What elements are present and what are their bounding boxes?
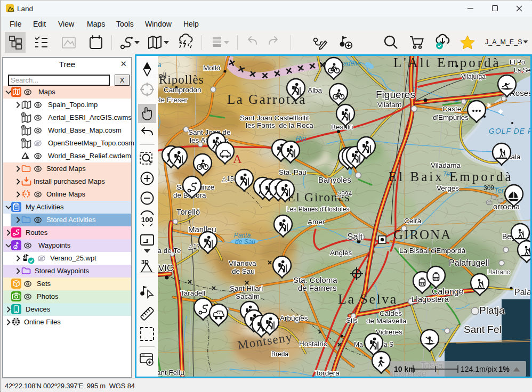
svg-text:Arbúcies: Arbúcies bbox=[280, 314, 308, 322]
svg-text:Vidreres: Vidreres bbox=[376, 328, 402, 336]
svg-text:Vilajuïga: Vilajuïga bbox=[461, 73, 486, 80]
svg-text:Sant Joan Castellfollit: Sant Joan Castellfollit bbox=[240, 114, 309, 122]
svg-text:Verges: Verges bbox=[437, 184, 459, 192]
svg-text:A: A bbox=[233, 152, 242, 166]
svg-text:Molló: Molló bbox=[203, 64, 220, 72]
svg-text:Caste: Caste bbox=[442, 105, 461, 113]
svg-text:La Se: La Se bbox=[514, 67, 530, 74]
svg-text:Ter: Ter bbox=[443, 170, 453, 178]
svg-text:Sta. Pau: Sta. Pau bbox=[279, 168, 307, 176]
svg-text:Platja: Platja bbox=[479, 305, 505, 316]
svg-text:Torelló: Torelló bbox=[176, 207, 200, 216]
svg-text:GOLF DE RO: GOLF DE RO bbox=[489, 127, 530, 135]
svg-text:Vilafant: Vilafant bbox=[377, 101, 401, 109]
svg-text:Sacalm: Sacalm bbox=[236, 292, 260, 300]
svg-text:de Farners: de Farners bbox=[298, 283, 337, 292]
svg-text:Sant Hilari: Sant Hilari bbox=[230, 284, 263, 292]
svg-text:Camprodon: Camprodon bbox=[164, 86, 201, 94]
svg-text:Sils: Sils bbox=[346, 316, 358, 324]
svg-text:Alba: Alba bbox=[308, 86, 323, 94]
svg-text:309: 309 bbox=[483, 184, 494, 192]
svg-text:Vilanova: Vilanova bbox=[229, 259, 256, 267]
svg-text:Caldes: Caldes bbox=[380, 309, 402, 317]
svg-text:Amer: Amer bbox=[308, 218, 325, 226]
svg-text:Ter: Ter bbox=[494, 186, 504, 194]
svg-text:ant Feliu: ant Feliu bbox=[157, 369, 184, 377]
svg-text:de Sau: de Sau bbox=[232, 267, 255, 275]
svg-text:La Selva: La Selva bbox=[338, 291, 398, 307]
svg-text:Breda: Breda bbox=[271, 350, 288, 358]
svg-text:Sant Fel: Sant Fel bbox=[464, 324, 502, 335]
svg-text:Hostalric: Hostalric bbox=[299, 340, 327, 348]
svg-text:L'Alt Empordà: L'Alt Empordà bbox=[393, 56, 501, 70]
svg-text:Riu: Riu bbox=[296, 134, 307, 142]
svg-text:△994: △994 bbox=[336, 190, 352, 198]
svg-text:Palam: Palam bbox=[514, 288, 530, 297]
svg-text:de Malavella: de Malavella bbox=[366, 317, 407, 325]
svg-text:Banyoles: Banyoles bbox=[318, 175, 351, 184]
svg-text:100: 100 bbox=[141, 216, 154, 224]
svg-text:Celrà: Celrà bbox=[404, 217, 422, 225]
svg-text:GIRONA: GIRONA bbox=[393, 227, 452, 242]
svg-text:Salt: Salt bbox=[347, 232, 363, 242]
svg-text:Anglès: Anglès bbox=[330, 249, 352, 257]
svg-text:d'Empúries: d'Empúries bbox=[433, 113, 469, 121]
svg-text:Tordera: Tordera bbox=[315, 369, 340, 377]
svg-text:Llafranc: Llafranc bbox=[487, 268, 510, 276]
svg-text:El Po: El Po bbox=[510, 59, 525, 66]
svg-text:La Bisbal d'Empordà: La Bisbal d'Empordà bbox=[399, 247, 466, 255]
svg-text:Llagostera: Llagostera bbox=[412, 295, 449, 304]
svg-text:Figueres: Figueres bbox=[376, 89, 415, 100]
svg-text:Les Planes d'Hostoles: Les Planes d'Hostoles bbox=[286, 206, 349, 213]
svg-text:Taradell: Taradell bbox=[180, 289, 205, 297]
svg-text:VIC: VIC bbox=[158, 263, 173, 273]
svg-text:de Sau: de Sau bbox=[235, 238, 255, 246]
svg-text:Besalú: Besalú bbox=[331, 123, 353, 131]
svg-text:Viladama: Viladama bbox=[431, 161, 461, 169]
svg-text:les Fonts de la Roca: les Fonts de la Roca bbox=[246, 121, 313, 129]
svg-text:Palafrugell: Palafrugell bbox=[449, 258, 489, 267]
